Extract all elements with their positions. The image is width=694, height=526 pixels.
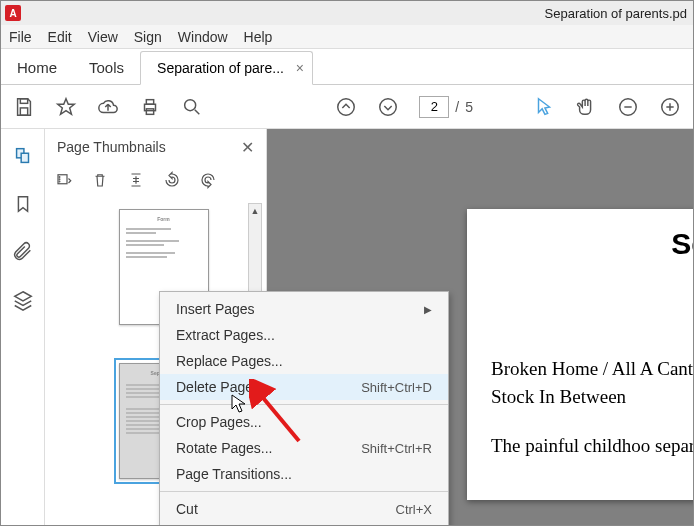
doc-heading: Separation of an bbox=[491, 227, 693, 295]
page-down-icon[interactable] bbox=[377, 96, 399, 118]
ctx-page-transitions[interactable]: Page Transitions... bbox=[160, 461, 448, 487]
tab-tools[interactable]: Tools bbox=[73, 51, 140, 84]
svg-point-7 bbox=[380, 98, 397, 115]
doc-para-1: Broken Home / All A Cant Sim To Fight Th… bbox=[491, 355, 693, 410]
star-icon[interactable] bbox=[55, 96, 77, 118]
tab-close-icon[interactable]: × bbox=[296, 60, 304, 76]
ctx-crop-pages[interactable]: Crop Pages... bbox=[160, 409, 448, 435]
page-up-icon[interactable] bbox=[335, 96, 357, 118]
layers-panel-icon[interactable] bbox=[12, 289, 34, 311]
ctx-separator bbox=[160, 404, 448, 405]
svg-rect-1 bbox=[20, 107, 27, 114]
context-menu: Insert Pages ▶ Extract Pages... Replace … bbox=[159, 291, 449, 526]
hand-tool-icon[interactable] bbox=[575, 96, 597, 118]
tab-bar: Home Tools Separation of pare... × bbox=[1, 49, 693, 85]
svg-point-6 bbox=[338, 98, 355, 115]
svg-rect-4 bbox=[146, 108, 153, 114]
thumbnails-panel-icon[interactable] bbox=[12, 145, 34, 167]
app-icon: A bbox=[5, 5, 21, 21]
ctx-rotate-pages[interactable]: Rotate Pages... Shift+Ctrl+R bbox=[160, 435, 448, 461]
page-navigator: / 5 bbox=[419, 96, 473, 118]
page-sep: / bbox=[455, 99, 459, 115]
print-icon[interactable] bbox=[139, 96, 161, 118]
thumbnails-close-icon[interactable]: ✕ bbox=[241, 138, 254, 157]
zoom-in-icon[interactable] bbox=[659, 96, 681, 118]
save-icon[interactable] bbox=[13, 96, 35, 118]
menu-bar: File Edit View Sign Window Help bbox=[1, 25, 693, 49]
bookmarks-panel-icon[interactable] bbox=[12, 193, 34, 215]
ctx-cut[interactable]: Cut Ctrl+X bbox=[160, 496, 448, 522]
ctx-extract-pages[interactable]: Extract Pages... bbox=[160, 322, 448, 348]
scroll-up-icon[interactable]: ▲ bbox=[249, 204, 261, 218]
ctx-insert-pages[interactable]: Insert Pages ▶ bbox=[160, 296, 448, 322]
svg-point-13 bbox=[59, 177, 60, 178]
menu-file[interactable]: File bbox=[9, 29, 32, 45]
toolbar: / 5 bbox=[1, 85, 693, 129]
thumb-rotate-cw-icon[interactable] bbox=[199, 171, 217, 193]
window-title: Separation of parents.pd bbox=[21, 6, 689, 21]
thumb-options-icon[interactable] bbox=[55, 171, 73, 193]
page-total: 5 bbox=[465, 99, 473, 115]
thumb-delete-icon[interactable] bbox=[91, 171, 109, 193]
tab-home[interactable]: Home bbox=[1, 51, 73, 84]
cloud-upload-icon[interactable] bbox=[97, 96, 119, 118]
attachments-panel-icon[interactable] bbox=[12, 241, 34, 263]
svg-point-5 bbox=[185, 99, 196, 110]
ctx-separator-2 bbox=[160, 491, 448, 492]
page-current-input[interactable] bbox=[419, 96, 449, 118]
menu-edit[interactable]: Edit bbox=[48, 29, 72, 45]
zoom-out-icon[interactable] bbox=[617, 96, 639, 118]
tab-document-label: Separation of pare... bbox=[157, 60, 284, 76]
thumbnails-toolbar bbox=[45, 165, 266, 199]
menu-help[interactable]: Help bbox=[244, 29, 273, 45]
thumb-rotate-ccw-icon[interactable] bbox=[163, 171, 181, 193]
side-nav bbox=[1, 129, 45, 526]
submenu-arrow-icon: ▶ bbox=[424, 304, 432, 315]
search-icon[interactable] bbox=[181, 96, 203, 118]
svg-point-14 bbox=[59, 179, 60, 180]
menu-sign[interactable]: Sign bbox=[134, 29, 162, 45]
svg-rect-3 bbox=[146, 99, 153, 104]
title-bar: A Separation of parents.pd bbox=[1, 1, 693, 25]
thumbnails-title: Page Thumbnails bbox=[57, 139, 166, 155]
svg-rect-0 bbox=[20, 98, 27, 103]
menu-window[interactable]: Window bbox=[178, 29, 228, 45]
doc-para-2: The painful childhoo separation of paren… bbox=[491, 432, 693, 460]
selection-tool-icon[interactable] bbox=[533, 96, 555, 118]
thumb-insert-icon[interactable] bbox=[127, 171, 145, 193]
document-page: Separation of an Broken Home / All A Can… bbox=[467, 209, 693, 500]
ctx-delete-pages[interactable]: Delete Pages... Shift+Ctrl+D bbox=[160, 374, 448, 400]
menu-view[interactable]: View bbox=[88, 29, 118, 45]
svg-rect-11 bbox=[21, 153, 28, 162]
tab-document[interactable]: Separation of pare... × bbox=[140, 51, 313, 85]
svg-point-15 bbox=[59, 181, 60, 182]
thumbnails-header: Page Thumbnails ✕ bbox=[45, 129, 266, 165]
ctx-replace-pages[interactable]: Replace Pages... bbox=[160, 348, 448, 374]
